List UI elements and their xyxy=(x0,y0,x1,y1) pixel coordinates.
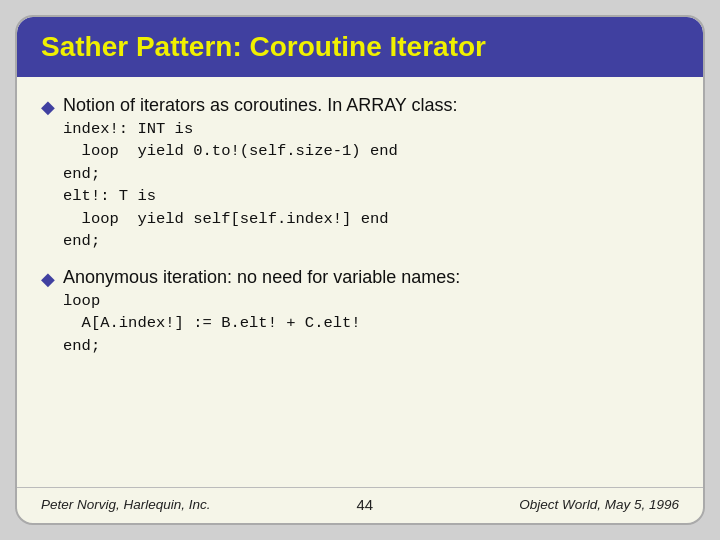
bullet-1-text: Notion of iterators as coroutines. In AR… xyxy=(63,95,458,116)
bullet-diamond-1: ◆ xyxy=(41,96,55,118)
slide-body: ◆ Notion of iterators as coroutines. In … xyxy=(17,77,703,487)
slide: Sather Pattern: Coroutine Iterator ◆ Not… xyxy=(15,15,705,525)
bullet-2-code: loop A[A.index!] := B.elt! + C.elt! end; xyxy=(63,290,460,357)
slide-title: Sather Pattern: Coroutine Iterator xyxy=(41,31,486,62)
bullet-1-content: Notion of iterators as coroutines. In AR… xyxy=(63,95,458,253)
bullet-2-content: Anonymous iteration: no need for variabl… xyxy=(63,267,460,357)
bullet-1-code: index!: INT is loop yield 0.to!(self.siz… xyxy=(63,118,458,253)
bullet-2-text: Anonymous iteration: no need for variabl… xyxy=(63,267,460,288)
bullet-diamond-2: ◆ xyxy=(41,268,55,290)
footer-left: Peter Norvig, Harlequin, Inc. xyxy=(41,497,211,512)
slide-footer: Peter Norvig, Harlequin, Inc. 44 Object … xyxy=(17,487,703,523)
footer-right: Object World, May 5, 1996 xyxy=(519,497,679,512)
bullet-item-1: ◆ Notion of iterators as coroutines. In … xyxy=(41,95,679,253)
slide-header: Sather Pattern: Coroutine Iterator xyxy=(17,17,703,77)
footer-page-number: 44 xyxy=(357,496,374,513)
bullet-item-2: ◆ Anonymous iteration: no need for varia… xyxy=(41,267,679,357)
